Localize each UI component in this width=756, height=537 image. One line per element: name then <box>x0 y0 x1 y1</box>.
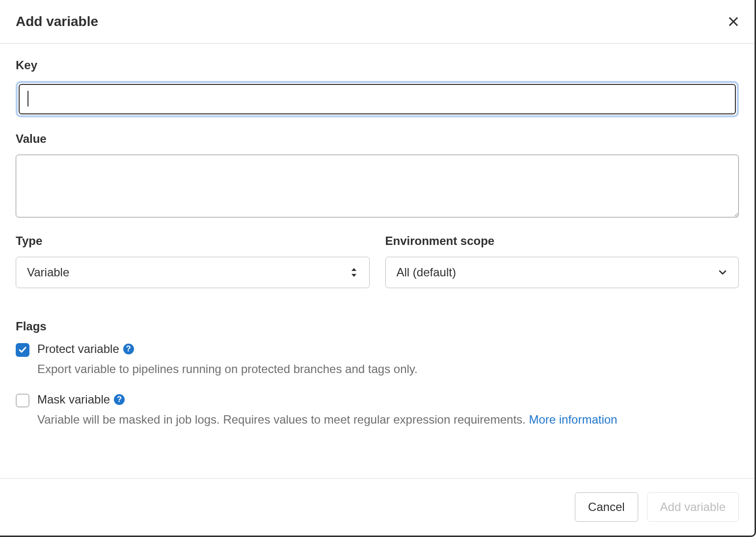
key-input[interactable] <box>19 84 736 114</box>
modal-title: Add variable <box>16 14 98 29</box>
help-icon[interactable]: ? <box>114 394 125 405</box>
help-icon[interactable]: ? <box>123 344 134 354</box>
scope-group: Environment scope All (default) <box>385 234 739 288</box>
protect-title-row: Protect variable ? <box>37 342 739 356</box>
key-group: Key <box>16 58 739 117</box>
protect-title: Protect variable <box>37 342 119 356</box>
protect-flag: Protect variable ? Export variable to pi… <box>16 342 739 378</box>
updown-icon <box>350 267 358 278</box>
close-icon[interactable] <box>728 16 739 27</box>
protect-description: Export variable to pipelines running on … <box>37 361 739 378</box>
scope-select[interactable]: All (default) <box>385 257 739 288</box>
type-group: Type Variable <box>16 234 370 288</box>
type-scope-row: Type Variable Environment scope All (def… <box>16 234 739 303</box>
key-label: Key <box>16 58 739 72</box>
mask-flag: Mask variable ? Variable will be masked … <box>16 393 739 429</box>
mask-description: Variable will be masked in job logs. Req… <box>37 411 739 429</box>
scope-selected: All (default) <box>397 266 456 279</box>
value-label: Value <box>16 132 739 146</box>
chevron-down-icon <box>718 268 728 277</box>
key-focus-ring <box>16 81 739 117</box>
add-variable-modal: Add variable Key Value Type Variable <box>0 0 756 537</box>
cancel-button[interactable]: Cancel <box>575 492 638 522</box>
value-input[interactable] <box>16 155 739 217</box>
mask-desc-text: Variable will be masked in job logs. Req… <box>37 413 529 426</box>
modal-header: Add variable <box>0 0 755 44</box>
protect-text: Protect variable ? Export variable to pi… <box>37 342 739 378</box>
flags-label: Flags <box>16 320 739 333</box>
value-group: Value <box>16 132 739 219</box>
scope-label: Environment scope <box>385 234 739 248</box>
modal-body: Key Value Type Variable <box>0 44 755 478</box>
mask-title: Mask variable <box>37 393 110 406</box>
mask-text: Mask variable ? Variable will be masked … <box>37 393 739 429</box>
modal-footer: Cancel Add variable <box>0 478 755 536</box>
flags-section: Flags Protect variable ? Export variable… <box>16 320 739 429</box>
more-info-link[interactable]: More information <box>529 413 617 426</box>
type-selected: Variable <box>27 266 69 279</box>
mask-title-row: Mask variable ? <box>37 393 739 406</box>
type-select[interactable]: Variable <box>16 257 370 288</box>
text-cursor <box>27 91 28 107</box>
add-variable-button[interactable]: Add variable <box>647 492 739 522</box>
mask-checkbox[interactable] <box>16 394 29 407</box>
type-label: Type <box>16 234 370 248</box>
protect-checkbox[interactable] <box>16 343 29 357</box>
